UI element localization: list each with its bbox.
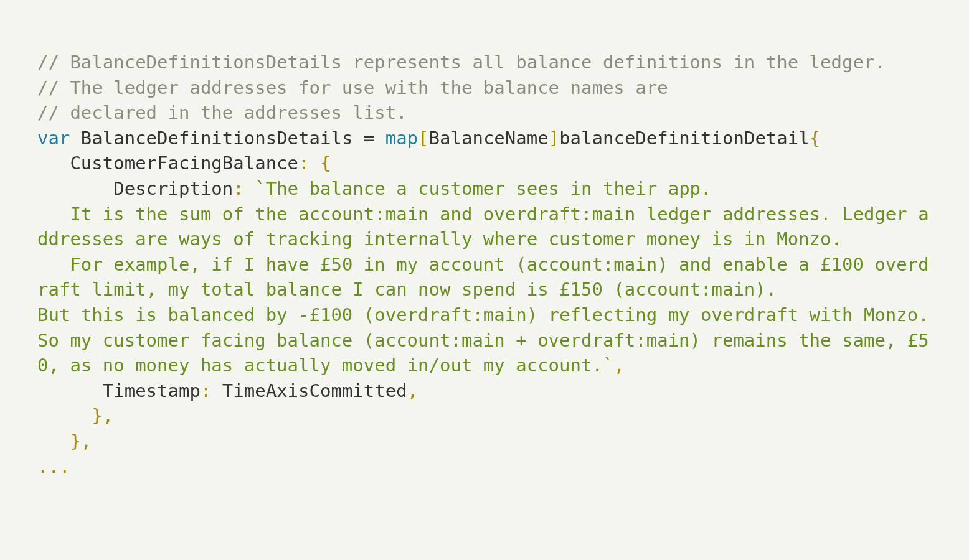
type-map-value: balanceDefinitionDetail xyxy=(559,128,810,149)
colon: : xyxy=(233,178,255,199)
brace-open: { xyxy=(320,152,331,174)
brace-close-outer: }, xyxy=(37,431,92,452)
brace-close-inner: }, xyxy=(37,405,113,426)
code-block: // BalanceDefinitionsDetails represents … xyxy=(0,0,969,479)
identifier-timestamp-value: TimeAxisCommitted xyxy=(211,380,407,401)
string-description: It is the sum of the account:main and ov… xyxy=(37,203,929,250)
string-backtick-close: ` xyxy=(603,355,613,376)
comma: , xyxy=(407,380,418,401)
ellipsis: ... xyxy=(37,456,70,477)
field-timestamp-key: Timestamp xyxy=(37,380,201,401)
colon: : xyxy=(201,380,211,401)
comment-line: // BalanceDefinitionsDetails represents … xyxy=(37,52,886,73)
op-equals: = xyxy=(352,128,385,149)
keyword-map: map xyxy=(385,128,418,149)
string-description: But this is balanced by -£100 (overdraft… xyxy=(37,304,940,376)
string-backtick-open: ` xyxy=(255,178,265,199)
comment-line: // The ledger addresses for use with the… xyxy=(37,77,668,98)
identifier-varname: BalanceDefinitionsDetails xyxy=(81,128,353,149)
keyword-var: var xyxy=(37,128,70,149)
field-entry-key: CustomerFacingBalance xyxy=(37,152,298,174)
comment-line: // declared in the addresses list. xyxy=(37,102,407,123)
bracket-close: ] xyxy=(549,128,559,149)
string-description: The balance a customer sees in their app… xyxy=(266,178,712,199)
type-map-key: BalanceName xyxy=(429,128,549,149)
field-description-key: Description xyxy=(37,178,233,199)
comma: , xyxy=(613,355,624,376)
string-description: For example, if I have £50 in my account… xyxy=(37,254,929,301)
brace-open: { xyxy=(810,128,820,149)
bracket-open: [ xyxy=(418,128,428,149)
colon: : xyxy=(298,152,320,174)
